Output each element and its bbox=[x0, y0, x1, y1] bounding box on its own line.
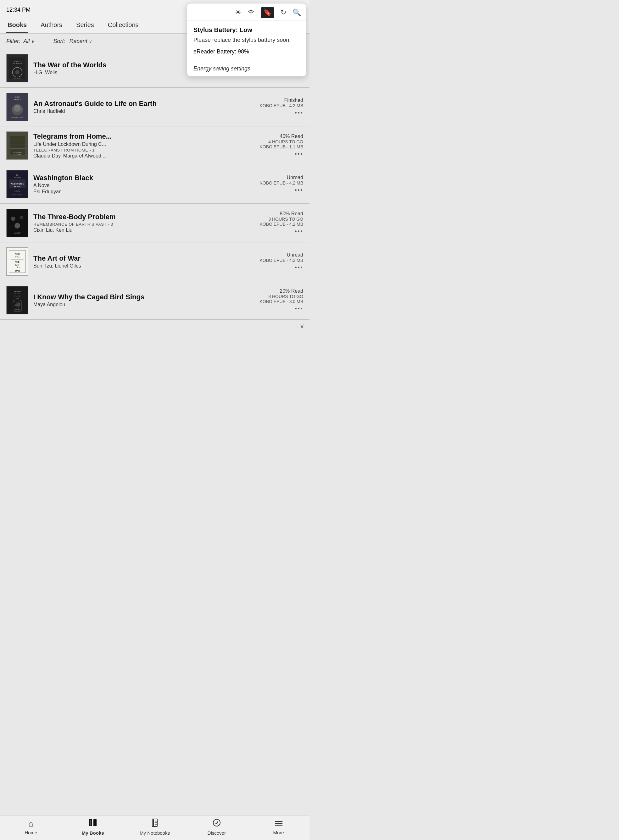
book-status: 80% Read bbox=[253, 211, 303, 216]
svg-text:ART: ART bbox=[15, 264, 20, 266]
svg-text:CHRIS: CHRIS bbox=[15, 97, 19, 98]
book-item-art-of-war[interactable]: SUN TZU THE ART O ☰ F WAR The Art of War… bbox=[0, 242, 310, 281]
sort-chevron-icon: ∨ bbox=[88, 39, 91, 44]
filter-label: Filter: All ∨ bbox=[6, 38, 34, 45]
book-subtitle: A Novel bbox=[33, 183, 248, 188]
book-hours: 4 HOURS TO GO bbox=[253, 139, 303, 144]
energy-settings-link[interactable]: Energy saving settings bbox=[193, 66, 250, 72]
brightness-popup-icon[interactable]: ☀ bbox=[235, 9, 241, 16]
book-item-caged-bird[interactable]: Maya Angelou I Know Why the Caged Bird S… bbox=[0, 281, 310, 320]
book-cover-war-worlds: THE WAR OF THE WORLDS H.G. WELLS bbox=[6, 54, 28, 82]
popup-message: Please replace the stylus battery soon. bbox=[193, 36, 300, 44]
book-info-three-body: The Three-Body Problem REMEMBRANCE OF EA… bbox=[33, 213, 248, 233]
book-status: Unread bbox=[253, 175, 303, 181]
popup-footer: Energy saving settings bbox=[187, 61, 306, 76]
book-author: Claudia Day, Margaret Atwood,... bbox=[33, 153, 248, 159]
svg-text:SUN: SUN bbox=[15, 253, 20, 255]
book-title: The Art of War bbox=[33, 254, 248, 263]
popup-header: ☀ 🔖 ↻ 🔍 bbox=[187, 3, 306, 21]
book-info-astronaut: An Astronaut's Guide to Life on Earth Ch… bbox=[33, 100, 248, 114]
book-hours: 8 HOURS TO GO bbox=[253, 294, 303, 299]
book-meta-caged-bird: 20% Read 8 HOURS TO GO KOBO EPUB · 3.0 M… bbox=[253, 288, 303, 312]
book-status: Unread bbox=[253, 252, 303, 258]
book-author: Sun Tzu, Lionel Giles bbox=[33, 263, 248, 269]
svg-text:A NOVEL: A NOVEL bbox=[15, 191, 21, 192]
svg-text:HADFIELD: HADFIELD bbox=[14, 99, 21, 100]
book-format: KOBO EPUB · 4.2 MB bbox=[253, 181, 303, 185]
book-meta-three-body: 80% Read 3 HOURS TO GO KOBO EPUB · 4.2 M… bbox=[253, 211, 303, 235]
book-title: The Three-Body Problem bbox=[33, 213, 248, 221]
book-item-astronaut[interactable]: CHRIS HADFIELD ASTRONAUT'S GUIDE An Astr… bbox=[0, 88, 310, 126]
svg-point-31 bbox=[20, 216, 23, 219]
book-status: 20% Read bbox=[253, 288, 303, 294]
book-options-button[interactable]: ••• bbox=[253, 187, 303, 194]
book-cover-caged-bird: Maya Angelou I Know Why the Caged Bird S… bbox=[6, 286, 28, 314]
book-format: KOBO EPUB · 1.1 MB bbox=[253, 144, 303, 149]
svg-text:the Caged Bird: the Caged Bird bbox=[13, 295, 21, 297]
book-status: Finished bbox=[253, 97, 303, 103]
book-item-telegrams[interactable]: TELEGRAMS FROM HOME Telegrams from Home.… bbox=[0, 126, 310, 165]
sync-popup-icon[interactable]: ↻ bbox=[281, 9, 286, 16]
svg-text:H.G. WELLS: H.G. WELLS bbox=[13, 78, 21, 79]
book-meta-art-of-war: Unread KOBO EPUB · 4.2 MB ••• bbox=[253, 252, 303, 271]
svg-text:ASTRONAUT'S GUIDE: ASTRONAUT'S GUIDE bbox=[12, 117, 24, 118]
book-cover-washington-black: ESI EDUGYAN WASHINGTON BLACK A NOVEL FIN… bbox=[6, 170, 28, 198]
tab-series[interactable]: Series bbox=[75, 18, 95, 33]
status-time: 12:34 PM bbox=[6, 7, 30, 13]
book-format: KOBO EPUB · 4.2 MB bbox=[253, 258, 303, 263]
book-info-caged-bird: I Know Why the Caged Bird Sings Maya Ang… bbox=[33, 293, 248, 307]
wifi-popup-icon[interactable] bbox=[248, 9, 254, 16]
book-options-button[interactable]: ••• bbox=[253, 151, 303, 158]
book-options-button[interactable]: ••• bbox=[253, 109, 303, 116]
popup-battery: eReader Battery: 98% bbox=[193, 48, 300, 55]
book-meta-astronaut: Finished KOBO EPUB · 4.2 MB ••• bbox=[253, 97, 303, 116]
list-expand-chevron[interactable]: ∨ bbox=[0, 320, 310, 332]
sort-dropdown[interactable]: Sort: Recent ∨ bbox=[53, 38, 91, 45]
search-popup-icon[interactable]: 🔍 bbox=[293, 9, 301, 16]
book-item-three-body[interactable]: THREE-BODY PROBLEM The Three-Body Proble… bbox=[0, 204, 310, 242]
popup-title: Stylus Battery: Low bbox=[193, 27, 300, 34]
book-info-washington-black: Washington Black A Novel Esi Edugyan bbox=[33, 174, 248, 195]
filter-dropdown[interactable]: All ∨ bbox=[22, 38, 34, 44]
book-item-washington-black[interactable]: ESI EDUGYAN WASHINGTON BLACK A NOVEL FIN… bbox=[0, 165, 310, 204]
tab-collections[interactable]: Collections bbox=[107, 18, 140, 33]
bookmark-popup-icon[interactable]: 🔖 bbox=[261, 7, 274, 18]
book-series: TELEGRAMS FROM HOME - 1 bbox=[33, 148, 248, 152]
svg-point-5 bbox=[15, 70, 19, 75]
svg-text:THREE-BODY: THREE-BODY bbox=[13, 232, 21, 233]
svg-text:FROM HOME: FROM HOME bbox=[13, 154, 21, 156]
svg-text:O ☰ F: O ☰ F bbox=[15, 267, 20, 269]
book-meta-washington-black: Unread KOBO EPUB · 4.2 MB ••• bbox=[253, 175, 303, 194]
book-author: Maya Angelou bbox=[33, 302, 248, 307]
tab-books[interactable]: Books bbox=[6, 18, 28, 33]
svg-text:WASHINGTON: WASHINGTON bbox=[11, 183, 24, 185]
popup-body: Stylus Battery: Low Please replace the s… bbox=[187, 21, 306, 61]
book-status: 40% Read bbox=[253, 134, 303, 139]
book-list-container: THE WAR OF THE WORLDS H.G. WELLS The War… bbox=[0, 49, 310, 364]
book-cover-art-of-war: SUN TZU THE ART O ☰ F WAR bbox=[6, 248, 28, 276]
book-options-button[interactable]: ••• bbox=[253, 264, 303, 271]
svg-text:ESI: ESI bbox=[16, 175, 18, 176]
book-author: Cixin Liu, Ken Liu bbox=[33, 227, 248, 233]
book-info-telegrams: Telegrams from Home... Life Under Lockdo… bbox=[33, 132, 248, 158]
book-author: Chris Hadfield bbox=[33, 109, 248, 114]
svg-point-32 bbox=[15, 223, 20, 228]
svg-text:TELEGRAMS: TELEGRAMS bbox=[13, 152, 21, 154]
book-title: Telegrams from Home... bbox=[33, 132, 248, 140]
svg-text:EDUGYAN: EDUGYAN bbox=[14, 177, 21, 178]
book-cover-three-body: THREE-BODY PROBLEM bbox=[6, 209, 28, 237]
filter-chevron-icon: ∨ bbox=[31, 39, 34, 44]
tab-authors[interactable]: Authors bbox=[39, 18, 64, 33]
svg-text:THE: THE bbox=[15, 261, 19, 263]
book-options-button[interactable]: ••• bbox=[253, 228, 303, 235]
book-cover-telegrams: TELEGRAMS FROM HOME bbox=[6, 131, 28, 160]
svg-point-12 bbox=[12, 107, 22, 112]
book-format: KOBO EPUB · 4.2 MB bbox=[253, 222, 303, 227]
book-info-art-of-war: The Art of War Sun Tzu, Lionel Giles bbox=[33, 254, 248, 269]
book-author: Esi Edugyan bbox=[33, 189, 248, 195]
svg-point-30 bbox=[11, 216, 15, 221]
svg-text:Maya Angelou: Maya Angelou bbox=[14, 291, 21, 292]
book-options-button[interactable]: ••• bbox=[253, 305, 303, 312]
book-subtitle: Life Under Lockdown During C... bbox=[33, 142, 248, 147]
svg-text:THE WORLDS: THE WORLDS bbox=[13, 63, 22, 64]
